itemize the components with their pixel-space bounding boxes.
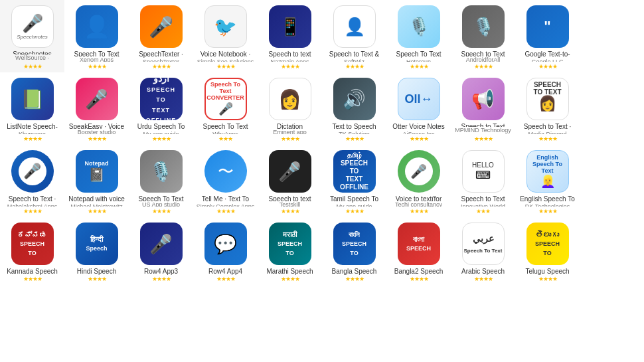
list-item[interactable]: 👤 Speech To Text Xenom Apps ★★★★ (64, 0, 129, 72)
list-item[interactable]: Speech To TextCONVERTER 🎤 Speech To Text… (193, 72, 258, 145)
app-name: Marathi Speech (261, 268, 319, 276)
app-icon: 📱 (269, 5, 311, 48)
app-icon: عربيSpeech To Text (462, 223, 505, 265)
app-grid: 🎤 Speechnotes Speechnotes WellSource · E… (0, 0, 644, 362)
list-item[interactable]: 🎤 Speech to Text · Te... Mahalakshmi App… (0, 145, 64, 217)
app-icon: 🎙️ (140, 150, 183, 193)
app-name: Bangla Speech (325, 268, 384, 276)
list-item[interactable]: 🔊 Text to Speech (TT... TK Solution ★★★★ (322, 72, 386, 145)
app-developer: Xenom Apps (68, 56, 126, 62)
app-name: Hindi Speech (68, 268, 126, 276)
list-item[interactable]: 🎤 Speechnotes Speechnotes WellSource · E… (0, 0, 64, 72)
app-developer: Heteroun (390, 58, 448, 62)
app-rating: ★★★★ (152, 208, 171, 215)
app-developer: Simply Complex Apps (197, 203, 255, 207)
app-icon: 📢 (462, 78, 505, 120)
list-item[interactable]: " Google Text-to-Spe... Google LLC ★★★★ (515, 0, 580, 72)
app-developer: My app guide (325, 203, 384, 207)
app-icon: 💬 (204, 223, 247, 265)
app-name: Notepad with voice ... (68, 195, 126, 203)
app-icon: 🎤 (140, 223, 183, 265)
app-name: Dictation Assistant... (261, 123, 319, 129)
app-rating: ★★★★ (538, 208, 557, 215)
app-rating: ★★★★ (474, 276, 493, 282)
app-developer: SoftWiz (325, 58, 384, 62)
app-rating: ★★★★ (88, 63, 106, 70)
app-developer: Booster studio Laborati (68, 129, 126, 134)
list-item[interactable]: मराठीSPEECHTO Marathi Speech ★★★★ (258, 217, 322, 290)
list-item[interactable]: 👤 Speech to Text & T... SoftWiz ★★★★ (322, 0, 386, 72)
app-name: Row4 App3 (132, 268, 191, 276)
app-rating: ★★★ (476, 208, 490, 215)
app-icon: 🎤 (140, 5, 183, 48)
app-rating: ★★★★ (538, 63, 557, 70)
app-rating: ★★★★ (23, 276, 42, 282)
app-icon: 🎤 (398, 150, 440, 193)
app-icon: 🎤 (76, 78, 118, 120)
app-developer: Eminent app Technolog (261, 129, 319, 134)
list-item[interactable]: 💬 Row4 App4 ★★★★ (193, 217, 258, 290)
app-rating: ★★★★ (216, 208, 235, 215)
app-name: Voice to text(for W... (390, 195, 448, 201)
list-item[interactable]: Notepad 📓 Notepad with voice ... Michael… (64, 145, 129, 217)
app-name: Bangla2 Speech (390, 268, 448, 276)
list-item[interactable]: 🎤 Row4 App3 ★★★★ (129, 217, 193, 290)
app-developer: Nazmain Apps (261, 58, 319, 62)
list-item[interactable]: EnglishSpeech To Text 👱‍♀️ English Speec… (515, 145, 580, 217)
app-name: Speech to Text & T... (325, 50, 384, 58)
app-icon: தமிழ்SPEECHTOTEXTOFFLINE (333, 150, 376, 193)
app-icon: 🎙️ (462, 5, 505, 48)
list-item[interactable]: 📱 Speech to text com... Nazmain Apps ★★★… (258, 0, 322, 72)
app-name: Speech to Text (454, 50, 513, 56)
list-item[interactable]: ಕನ್ನಡSPEECHTO Kannada Speech ★★★★ (0, 217, 64, 290)
list-item[interactable]: عربيSpeech To Text Arabic Speech ★★★★ (451, 217, 515, 290)
list-item[interactable]: 🎤 SpeechTexter · Sp... SpeechTexter ★★★★ (129, 0, 193, 72)
list-item[interactable]: اردوSPEECHTOTEXTOFFLINE Urdu Speech To T… (129, 72, 193, 145)
app-rating: ★★★★ (410, 136, 428, 142)
app-name: Speech To Text No... (390, 50, 448, 58)
list-item[interactable]: 🎙️ Speech To Text No... Heteroun ★★★★ (386, 0, 451, 72)
app-icon: Oll↔ (398, 78, 440, 120)
app-name: Otter Voice Notes (... (390, 123, 448, 131)
app-developer: My app guide (132, 131, 191, 134)
app-rating: ★★★★ (281, 276, 299, 282)
list-item[interactable]: 🎙️ Speech To Text US App studio ★★★★ (129, 145, 193, 217)
list-item[interactable]: SPEECH TO TEXT 👩 Speech to Text · Sp... … (515, 72, 580, 145)
app-icon: বাংলিSPEECHTO (333, 223, 376, 265)
app-icon: EnglishSpeech To Text 👱‍♀️ (526, 150, 569, 193)
app-name: Telugu Speech (519, 268, 577, 276)
app-developer: Testskill (261, 201, 319, 207)
list-item[interactable]: हिन्दीSpeech Hindi Speech ★★★★ (64, 217, 129, 290)
list-item[interactable]: తెలుగుSPEECHTO Telugu Speech ★★★★ (515, 217, 580, 290)
app-name: Speech to text com... (261, 50, 319, 58)
list-item[interactable]: বাংলিSPEECHTO Bangla Speech ★★★★ (322, 217, 386, 290)
list-item[interactable]: 🎙️ Speech to Text AndroidforAll ★★★★ (451, 0, 515, 72)
list-item[interactable]: 📗 ListNote Speech-to-... Khymaera ★★★★ (0, 72, 64, 145)
list-item[interactable]: 🎤 SpeakEasy · Voice ... Booster studio L… (64, 72, 129, 145)
list-item[interactable]: 〜 Tell Me · Text To S... Simply Complex … (193, 145, 258, 217)
list-item[interactable]: தமிழ்SPEECHTOTEXTOFFLINE Tamil Speech To… (322, 145, 386, 217)
app-icon: हिन्दीSpeech (76, 223, 118, 265)
app-rating: ★★★★ (410, 63, 428, 70)
list-item[interactable]: 📢 Speech to Text MPMIND Technology P ★★★… (451, 72, 515, 145)
app-icon: 📗 (11, 78, 54, 120)
list-item[interactable]: 🎤 Voice to text(for W... Techi consultan… (386, 145, 451, 217)
app-icon: 👤 (76, 5, 118, 48)
app-developer: SpeechTexter (132, 58, 191, 62)
list-item[interactable]: 🎤 Speech to text Testskill ★★★★ (258, 145, 322, 217)
list-item[interactable]: Oll↔ Otter Voice Notes (... AiSense Inc … (386, 72, 451, 145)
list-item[interactable]: 👩 Dictation Assistant... Eminent app Tec… (258, 72, 322, 145)
app-rating: ★★★★ (281, 136, 299, 142)
app-rating: ★★★★ (345, 63, 364, 70)
list-item[interactable]: বাংলাSPEECH Bangla2 Speech ★★★★ (386, 217, 451, 290)
app-rating: ★★★★ (23, 208, 42, 215)
app-name: Google Text-to-Spe... (519, 50, 577, 58)
list-item[interactable]: HELLO ⌨ Speech to Text Key... Innovative… (451, 145, 515, 217)
app-rating: ★★★★ (152, 136, 171, 142)
app-rating: ★★★★ (410, 208, 428, 215)
app-name: ListNote Speech-to-... (3, 123, 62, 131)
app-icon: 👤 (333, 5, 376, 48)
app-icon: मराठीSPEECHTO (269, 223, 311, 265)
app-name: SpeakEasy · Voice ... (68, 123, 126, 129)
list-item[interactable]: 🐦 Voice Notebook · c... Simple Seo Solut… (193, 0, 258, 72)
